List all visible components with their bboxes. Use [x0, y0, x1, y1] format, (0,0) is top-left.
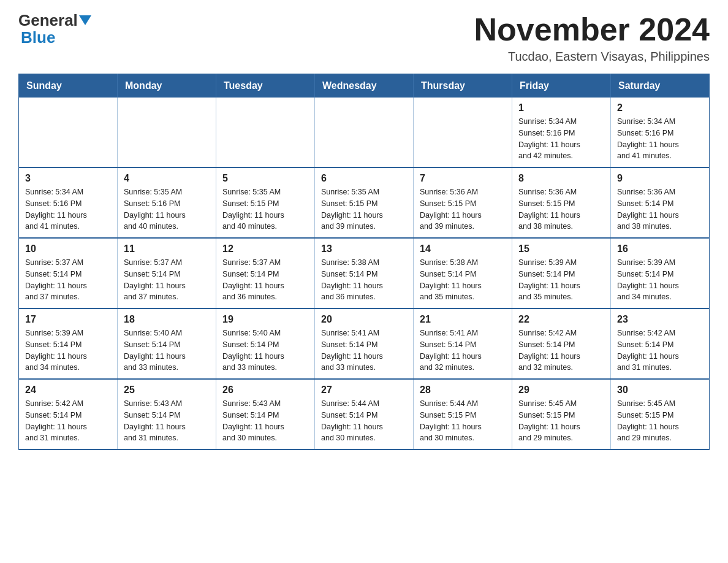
- day-info: Sunrise: 5:40 AMSunset: 5:14 PMDaylight:…: [222, 327, 308, 373]
- logo-general-text: General: [18, 12, 78, 28]
- day-number: 21: [420, 314, 506, 325]
- location-title: Tucdao, Eastern Visayas, Philippines: [474, 50, 710, 64]
- day-info: Sunrise: 5:44 AMSunset: 5:15 PMDaylight:…: [420, 398, 506, 444]
- logo-triangle-icon: [79, 15, 91, 25]
- calendar-cell: 21Sunrise: 5:41 AMSunset: 5:14 PMDayligh…: [414, 308, 512, 379]
- calendar-cell: 13Sunrise: 5:38 AMSunset: 5:14 PMDayligh…: [315, 238, 414, 308]
- day-number: 15: [518, 243, 604, 255]
- day-info: Sunrise: 5:44 AMSunset: 5:14 PMDaylight:…: [321, 398, 407, 444]
- weekday-header-row: SundayMondayTuesdayWednesdayThursdayFrid…: [19, 74, 710, 98]
- weekday-header-thursday: Thursday: [414, 74, 512, 98]
- day-number: 26: [222, 385, 308, 396]
- weekday-header-friday: Friday: [512, 74, 611, 98]
- calendar-cell: [414, 98, 512, 167]
- day-number: 14: [420, 243, 506, 255]
- day-number: 3: [25, 173, 111, 184]
- calendar-cell: 25Sunrise: 5:43 AMSunset: 5:14 PMDayligh…: [118, 379, 216, 450]
- day-info: Sunrise: 5:34 AMSunset: 5:16 PMDaylight:…: [518, 116, 604, 162]
- day-number: 30: [617, 385, 703, 396]
- week-row-2: 10Sunrise: 5:37 AMSunset: 5:14 PMDayligh…: [19, 238, 710, 308]
- day-number: 18: [124, 314, 210, 325]
- calendar-cell: [216, 98, 315, 167]
- day-info: Sunrise: 5:39 AMSunset: 5:14 PMDaylight:…: [518, 257, 604, 303]
- day-number: 5: [222, 173, 308, 184]
- calendar-cell: 30Sunrise: 5:45 AMSunset: 5:15 PMDayligh…: [611, 379, 710, 450]
- day-info: Sunrise: 5:36 AMSunset: 5:15 PMDaylight:…: [518, 186, 604, 232]
- calendar-cell: 14Sunrise: 5:38 AMSunset: 5:14 PMDayligh…: [414, 238, 512, 308]
- day-info: Sunrise: 5:42 AMSunset: 5:14 PMDaylight:…: [518, 327, 604, 373]
- day-number: 16: [617, 243, 703, 255]
- calendar-cell: [118, 98, 216, 167]
- day-number: 8: [518, 173, 604, 184]
- day-info: Sunrise: 5:42 AMSunset: 5:14 PMDaylight:…: [617, 327, 703, 373]
- day-number: 19: [222, 314, 308, 325]
- calendar-cell: [19, 98, 118, 167]
- logo-blue-text: Blue: [21, 28, 55, 47]
- day-number: 22: [518, 314, 604, 325]
- day-number: 25: [124, 385, 210, 396]
- day-number: 13: [321, 243, 407, 255]
- day-info: Sunrise: 5:37 AMSunset: 5:14 PMDaylight:…: [25, 257, 111, 303]
- week-row-4: 24Sunrise: 5:42 AMSunset: 5:14 PMDayligh…: [19, 379, 710, 450]
- calendar-cell: 5Sunrise: 5:35 AMSunset: 5:15 PMDaylight…: [216, 167, 315, 238]
- weekday-header-monday: Monday: [118, 74, 216, 98]
- calendar-cell: 6Sunrise: 5:35 AMSunset: 5:15 PMDaylight…: [315, 167, 414, 238]
- calendar-cell: 3Sunrise: 5:34 AMSunset: 5:16 PMDaylight…: [19, 167, 118, 238]
- day-info: Sunrise: 5:34 AMSunset: 5:16 PMDaylight:…: [617, 116, 703, 162]
- calendar-cell: 2Sunrise: 5:34 AMSunset: 5:16 PMDaylight…: [611, 98, 710, 167]
- day-number: 20: [321, 314, 407, 325]
- day-info: Sunrise: 5:38 AMSunset: 5:14 PMDaylight:…: [321, 257, 407, 303]
- week-row-3: 17Sunrise: 5:39 AMSunset: 5:14 PMDayligh…: [19, 308, 710, 379]
- day-info: Sunrise: 5:36 AMSunset: 5:14 PMDaylight:…: [617, 186, 703, 232]
- day-info: Sunrise: 5:43 AMSunset: 5:14 PMDaylight:…: [222, 398, 308, 444]
- day-info: Sunrise: 5:40 AMSunset: 5:14 PMDaylight:…: [124, 327, 210, 373]
- day-info: Sunrise: 5:38 AMSunset: 5:14 PMDaylight:…: [420, 257, 506, 303]
- weekday-header-wednesday: Wednesday: [315, 74, 414, 98]
- calendar-cell: 20Sunrise: 5:41 AMSunset: 5:14 PMDayligh…: [315, 308, 414, 379]
- weekday-header-tuesday: Tuesday: [216, 74, 315, 98]
- day-info: Sunrise: 5:34 AMSunset: 5:16 PMDaylight:…: [25, 186, 111, 232]
- day-number: 11: [124, 243, 210, 255]
- calendar-cell: 23Sunrise: 5:42 AMSunset: 5:14 PMDayligh…: [611, 308, 710, 379]
- calendar-cell: 15Sunrise: 5:39 AMSunset: 5:14 PMDayligh…: [512, 238, 611, 308]
- day-number: 17: [25, 314, 111, 325]
- calendar-cell: 10Sunrise: 5:37 AMSunset: 5:14 PMDayligh…: [19, 238, 118, 308]
- day-info: Sunrise: 5:41 AMSunset: 5:14 PMDaylight:…: [420, 327, 506, 373]
- month-title: November 2024: [474, 12, 710, 47]
- day-info: Sunrise: 5:45 AMSunset: 5:15 PMDaylight:…: [518, 398, 604, 444]
- day-info: Sunrise: 5:43 AMSunset: 5:14 PMDaylight:…: [124, 398, 210, 444]
- day-number: 2: [617, 102, 703, 113]
- day-number: 29: [518, 385, 604, 396]
- calendar-cell: 7Sunrise: 5:36 AMSunset: 5:15 PMDaylight…: [414, 167, 512, 238]
- title-area: November 2024 Tucdao, Eastern Visayas, P…: [474, 12, 710, 64]
- header: General Blue November 2024 Tucdao, Easte…: [18, 12, 710, 64]
- day-info: Sunrise: 5:41 AMSunset: 5:14 PMDaylight:…: [321, 327, 407, 373]
- weekday-header-sunday: Sunday: [19, 74, 118, 98]
- calendar-cell: 16Sunrise: 5:39 AMSunset: 5:14 PMDayligh…: [611, 238, 710, 308]
- calendar-cell: 26Sunrise: 5:43 AMSunset: 5:14 PMDayligh…: [216, 379, 315, 450]
- day-number: 24: [25, 385, 111, 396]
- day-info: Sunrise: 5:37 AMSunset: 5:14 PMDaylight:…: [222, 257, 308, 303]
- day-info: Sunrise: 5:42 AMSunset: 5:14 PMDaylight:…: [25, 398, 111, 444]
- calendar-cell: 28Sunrise: 5:44 AMSunset: 5:15 PMDayligh…: [414, 379, 512, 450]
- day-number: 10: [25, 243, 111, 255]
- calendar-cell: 24Sunrise: 5:42 AMSunset: 5:14 PMDayligh…: [19, 379, 118, 450]
- day-number: 28: [420, 385, 506, 396]
- day-number: 4: [124, 173, 210, 184]
- day-info: Sunrise: 5:39 AMSunset: 5:14 PMDaylight:…: [617, 257, 703, 303]
- calendar-cell: 4Sunrise: 5:35 AMSunset: 5:16 PMDaylight…: [118, 167, 216, 238]
- day-info: Sunrise: 5:36 AMSunset: 5:15 PMDaylight:…: [420, 186, 506, 232]
- calendar-cell: 11Sunrise: 5:37 AMSunset: 5:14 PMDayligh…: [118, 238, 216, 308]
- calendar-cell: 8Sunrise: 5:36 AMSunset: 5:15 PMDaylight…: [512, 167, 611, 238]
- calendar-cell: 22Sunrise: 5:42 AMSunset: 5:14 PMDayligh…: [512, 308, 611, 379]
- week-row-1: 3Sunrise: 5:34 AMSunset: 5:16 PMDaylight…: [19, 167, 710, 238]
- logo: General: [18, 12, 93, 28]
- calendar-cell: 27Sunrise: 5:44 AMSunset: 5:14 PMDayligh…: [315, 379, 414, 450]
- calendar-table: SundayMondayTuesdayWednesdayThursdayFrid…: [18, 74, 710, 450]
- day-number: 27: [321, 385, 407, 396]
- day-info: Sunrise: 5:39 AMSunset: 5:14 PMDaylight:…: [25, 327, 111, 373]
- calendar-cell: 18Sunrise: 5:40 AMSunset: 5:14 PMDayligh…: [118, 308, 216, 379]
- calendar-cell: 1Sunrise: 5:34 AMSunset: 5:16 PMDaylight…: [512, 98, 611, 167]
- day-number: 6: [321, 173, 407, 184]
- day-info: Sunrise: 5:35 AMSunset: 5:16 PMDaylight:…: [124, 186, 210, 232]
